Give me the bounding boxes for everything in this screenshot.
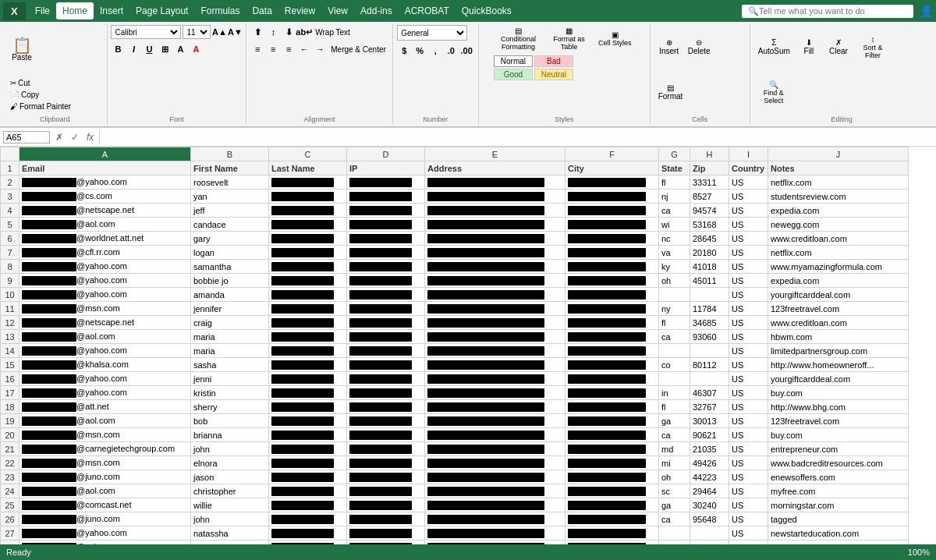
- cell-country-25[interactable]: US: [729, 498, 768, 512]
- cell-state-27[interactable]: [659, 526, 690, 541]
- cell-country-12[interactable]: US: [729, 316, 768, 330]
- cell-lastname-5[interactable]: [269, 218, 347, 232]
- cell-state-9[interactable]: oh: [659, 274, 690, 288]
- align-center-button[interactable]: ≡: [266, 42, 280, 56]
- cell-zip-22[interactable]: 49426: [690, 456, 729, 470]
- cell-city-12[interactable]: [566, 316, 659, 330]
- cell-notes-9[interactable]: expedia.com: [768, 274, 909, 288]
- cell-firstname-11[interactable]: jennifer: [191, 302, 269, 316]
- paste-button[interactable]: 📋 Paste: [8, 27, 36, 71]
- cell-address-5[interactable]: [425, 218, 566, 232]
- cell-state-14[interactable]: [659, 344, 690, 358]
- cell-state-6[interactable]: nc: [659, 232, 690, 246]
- cell-notes-5[interactable]: newegg.com: [768, 218, 909, 232]
- header-state[interactable]: State: [659, 161, 690, 175]
- search-bar[interactable]: 🔍: [742, 5, 913, 18]
- cell-country-5[interactable]: US: [729, 218, 768, 232]
- number-format-select[interactable]: General: [397, 25, 467, 41]
- cell-country-6[interactable]: US: [729, 232, 768, 246]
- cell-notes-18[interactable]: http://www.bhg.com: [768, 400, 909, 414]
- cell-email-26[interactable]: @juno.com: [20, 512, 191, 526]
- cell-notes-24[interactable]: myfree.com: [768, 484, 909, 498]
- header-email[interactable]: Email: [20, 161, 191, 175]
- cell-firstname-4[interactable]: jeff: [191, 204, 269, 218]
- col-header-d[interactable]: D: [347, 147, 425, 161]
- cell-ip-20[interactable]: [347, 428, 425, 442]
- cell-firstname-10[interactable]: amanda: [191, 288, 269, 302]
- cell-notes-4[interactable]: expedia.com: [768, 204, 909, 218]
- cell-email-16[interactable]: @yahoo.com: [20, 372, 191, 386]
- cell-email-9[interactable]: @yahoo.com: [20, 274, 191, 288]
- cell-email-21[interactable]: @carnegietechgroup.com: [20, 442, 191, 456]
- format-button[interactable]: ▤ Format: [655, 70, 686, 114]
- fill-button[interactable]: ⬇ Fill: [795, 25, 823, 69]
- cell-notes-12[interactable]: www.creditloan.com: [768, 316, 909, 330]
- cell-lastname-4[interactable]: [269, 204, 347, 218]
- font-color-button[interactable]: A: [189, 42, 203, 56]
- cell-state-7[interactable]: va: [659, 246, 690, 260]
- cell-lastname-17[interactable]: [269, 386, 347, 400]
- cell-state-10[interactable]: [659, 288, 690, 302]
- cell-notes-6[interactable]: www.creditloan.com: [768, 232, 909, 246]
- col-header-b[interactable]: B: [191, 147, 269, 161]
- cell-ip-22[interactable]: [347, 456, 425, 470]
- cell-lastname-8[interactable]: [269, 260, 347, 274]
- cell-lastname-7[interactable]: [269, 246, 347, 260]
- format-as-table-button[interactable]: ▦ Format as Table: [544, 25, 594, 52]
- header-ip[interactable]: IP: [347, 161, 425, 175]
- align-top-button[interactable]: ⬆: [250, 25, 264, 39]
- cell-country-18[interactable]: US: [729, 400, 768, 414]
- cell-lastname-23[interactable]: [269, 470, 347, 484]
- cell-notes-19[interactable]: 123freetravel.com: [768, 414, 909, 428]
- cell-city-3[interactable]: [566, 190, 659, 204]
- cell-notes-7[interactable]: netflix.com: [768, 246, 909, 260]
- cell-lastname-11[interactable]: [269, 302, 347, 316]
- cell-notes-2[interactable]: netflix.com: [768, 175, 909, 190]
- cell-country-23[interactable]: US: [729, 470, 768, 484]
- format-painter-button[interactable]: 🖌 Format Painter: [8, 101, 73, 112]
- cell-country-22[interactable]: US: [729, 456, 768, 470]
- cell-ip-26[interactable]: [347, 512, 425, 526]
- cell-lastname-14[interactable]: [269, 344, 347, 358]
- cell-zip-20[interactable]: 90621: [690, 428, 729, 442]
- cell-state-16[interactable]: [659, 372, 690, 386]
- cell-ip-13[interactable]: [347, 330, 425, 344]
- cell-city-10[interactable]: [566, 288, 659, 302]
- cell-ip-21[interactable]: [347, 442, 425, 456]
- cell-email-10[interactable]: @yahoo.com: [20, 288, 191, 302]
- cell-address-11[interactable]: [425, 302, 566, 316]
- cell-lastname-16[interactable]: [269, 372, 347, 386]
- cell-city-5[interactable]: [566, 218, 659, 232]
- cell-country-17[interactable]: US: [729, 386, 768, 400]
- cell-address-13[interactable]: [425, 330, 566, 344]
- cell-lastname-15[interactable]: [269, 358, 347, 372]
- cell-city-7[interactable]: [566, 246, 659, 260]
- cell-notes-3[interactable]: studentsreview.com: [768, 190, 909, 204]
- cell-country-2[interactable]: US: [729, 175, 768, 190]
- cell-city-8[interactable]: [566, 260, 659, 274]
- cell-state-15[interactable]: co: [659, 358, 690, 372]
- cell-zip-19[interactable]: 30013: [690, 414, 729, 428]
- cell-country-21[interactable]: US: [729, 442, 768, 456]
- cell-zip-4[interactable]: 94574: [690, 204, 729, 218]
- cell-city-17[interactable]: [566, 386, 659, 400]
- cell-ip-5[interactable]: [347, 218, 425, 232]
- cell-email-6[interactable]: @worldnet.att.net: [20, 232, 191, 246]
- cell-ip-23[interactable]: [347, 470, 425, 484]
- header-country[interactable]: Country: [729, 161, 768, 175]
- cell-address-16[interactable]: [425, 372, 566, 386]
- menu-home[interactable]: Home: [56, 2, 94, 19]
- font-size-select[interactable]: 11: [183, 25, 211, 39]
- cell-address-25[interactable]: [425, 498, 566, 512]
- menu-review[interactable]: Review: [278, 2, 321, 19]
- cell-email-17[interactable]: @yahoo.com: [20, 386, 191, 400]
- cell-ip-11[interactable]: [347, 302, 425, 316]
- grid-container[interactable]: A B C D E F G H I J 1 Email First Name L…: [0, 147, 936, 560]
- cell-firstname-17[interactable]: kristin: [191, 386, 269, 400]
- cell-zip-17[interactable]: 46307: [690, 386, 729, 400]
- cell-city-24[interactable]: [566, 484, 659, 498]
- cell-firstname-9[interactable]: bobbie jo: [191, 274, 269, 288]
- cell-lastname-27[interactable]: [269, 526, 347, 541]
- cell-zip-16[interactable]: [690, 372, 729, 386]
- menu-acrobat[interactable]: ACROBAT: [399, 2, 456, 19]
